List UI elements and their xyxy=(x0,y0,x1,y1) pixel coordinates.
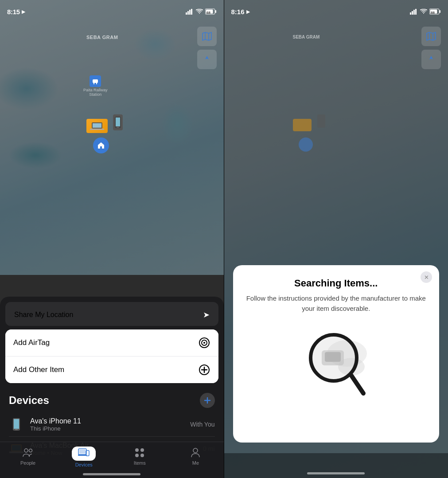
svg-rect-12 xyxy=(93,123,101,128)
svg-rect-47 xyxy=(440,10,441,13)
svg-line-55 xyxy=(351,376,363,393)
location-arrow-right: ▶ xyxy=(246,9,250,15)
right-phone: 8:16 ▶ 88 SEBA GRAM xyxy=(224,0,448,478)
time-right: 8:16 xyxy=(231,8,245,16)
people-tab-icon xyxy=(22,447,34,459)
railway-icon-left xyxy=(90,75,101,87)
svg-rect-34 xyxy=(79,450,86,454)
map-background-left xyxy=(0,0,224,275)
modal-subtitle: Follow the instructions provided by the … xyxy=(244,294,429,313)
add-menu-card: Add AirTag Add Other Item xyxy=(5,329,218,383)
svg-point-19 xyxy=(203,342,205,344)
svg-rect-54 xyxy=(325,352,341,362)
home-indicator-right xyxy=(307,472,365,474)
railway-station-left: Paita RailwayStation xyxy=(83,75,108,97)
svg-rect-10 xyxy=(96,83,97,84)
close-icon: ✕ xyxy=(424,274,429,281)
tab-devices[interactable]: Devices xyxy=(70,447,97,467)
share-location-icon: ➤ xyxy=(203,310,210,320)
svg-point-40 xyxy=(140,454,144,457)
location-icon-left[interactable] xyxy=(197,50,217,69)
devices-header: Devices xyxy=(9,393,215,408)
tab-people[interactable]: People xyxy=(15,447,41,466)
seba-gram-label-left: SEBA GRAM xyxy=(86,35,118,40)
svg-rect-27 xyxy=(15,429,18,430)
home-pin-left xyxy=(93,137,109,153)
modal-close-button[interactable]: ✕ xyxy=(421,271,432,283)
home-indicator-left xyxy=(83,473,140,475)
iphone-sub: This iPhone xyxy=(30,425,190,432)
me-tab-label: Me xyxy=(192,460,199,466)
wifi-icon-right xyxy=(420,9,427,14)
svg-rect-43 xyxy=(412,11,413,15)
items-tab-label: Items xyxy=(134,460,146,466)
iphone-status: With You xyxy=(190,421,214,428)
map-toggle-icon-left[interactable] xyxy=(197,27,217,46)
svg-rect-8 xyxy=(93,79,98,83)
signal-bars-right xyxy=(410,9,418,15)
map-overlay-left xyxy=(0,0,224,275)
home-pin-right xyxy=(299,137,313,152)
left-phone: 8:15 ▶ 68 xyxy=(0,0,224,478)
share-location-row[interactable]: Share My Location ➤ xyxy=(5,302,218,326)
device-row-iphone[interactable]: Ava's iPhone 11 This iPhone With You xyxy=(9,412,215,437)
devices-tab-label: Devices xyxy=(75,462,93,467)
wifi-icon-left xyxy=(196,9,203,14)
svg-rect-35 xyxy=(78,454,87,456)
status-icons-right: 88 xyxy=(410,8,441,15)
iphone-pin-left xyxy=(113,114,123,130)
railway-label-left: Paita RailwayStation xyxy=(83,88,108,97)
svg-point-32 xyxy=(29,449,32,452)
svg-point-31 xyxy=(24,449,28,452)
devices-tab-icon xyxy=(78,448,90,457)
svg-rect-5 xyxy=(215,10,216,13)
add-airtag-label: Add AirTag xyxy=(13,338,50,347)
location-arrow-left: ▶ xyxy=(22,9,25,15)
svg-rect-45 xyxy=(415,9,417,15)
svg-rect-16 xyxy=(117,127,119,128)
iphone-name: Ava's iPhone 11 xyxy=(30,417,190,425)
svg-rect-2 xyxy=(189,10,191,15)
add-other-icon xyxy=(198,364,210,376)
time-left: 8:15 xyxy=(7,8,20,16)
map-toggle-icon-right[interactable] xyxy=(421,27,441,46)
tab-items[interactable]: Items xyxy=(126,447,153,466)
me-tab-icon xyxy=(189,447,202,459)
add-device-button[interactable] xyxy=(200,393,215,408)
location-icon-right[interactable] xyxy=(421,50,441,69)
svg-rect-26 xyxy=(14,419,19,429)
svg-rect-15 xyxy=(116,118,120,126)
device-info-iphone: Ava's iPhone 11 This iPhone xyxy=(30,417,190,432)
svg-point-37 xyxy=(135,448,139,452)
airtag-icon xyxy=(198,337,210,349)
devices-tab-bg xyxy=(72,447,96,461)
status-icons-left: 68 xyxy=(186,8,217,15)
macbook-pin-right xyxy=(293,119,312,131)
items-tab-icon xyxy=(133,447,146,459)
seba-gram-label-right: SEBA GRAM xyxy=(293,35,320,39)
svg-point-41 xyxy=(193,448,198,453)
add-airtag-item[interactable]: Add AirTag xyxy=(5,329,218,356)
svg-rect-42 xyxy=(410,12,411,15)
add-other-item-label: Add Other Item xyxy=(13,365,64,374)
svg-rect-44 xyxy=(413,10,415,15)
devices-title: Devices xyxy=(9,394,49,407)
bottom-sheet-left: Share My Location ➤ Add AirTag Add Other… xyxy=(0,297,224,478)
people-tab-label: People xyxy=(20,460,35,466)
svg-text:68: 68 xyxy=(206,11,210,15)
svg-point-39 xyxy=(135,454,139,457)
status-bar-right: 8:16 ▶ 88 xyxy=(224,0,448,20)
add-other-item[interactable]: Add Other Item xyxy=(5,356,218,383)
svg-rect-9 xyxy=(93,83,94,84)
tab-me[interactable]: Me xyxy=(182,447,209,466)
battery-icon-left: 68 xyxy=(205,8,217,15)
modal-title: Searching Items... xyxy=(294,278,378,289)
svg-point-38 xyxy=(140,448,144,452)
svg-rect-3 xyxy=(191,9,192,15)
battery-icon-right: 88 xyxy=(429,8,441,15)
signal-bars-left xyxy=(186,9,194,15)
macbook-pin-left xyxy=(86,119,108,133)
svg-rect-1 xyxy=(187,11,189,15)
status-bar-left: 8:15 ▶ 68 xyxy=(0,0,224,20)
searching-illustration xyxy=(298,327,374,402)
